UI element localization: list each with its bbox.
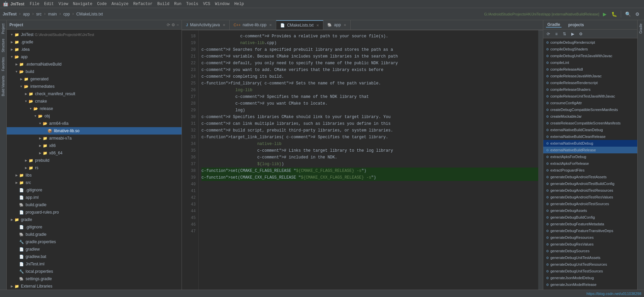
tree-item[interactable]: ▶ 📁 x86_64: [7, 149, 182, 157]
gradle-list-item[interactable]: ⚙generateDebugAndroidTestResources: [543, 187, 637, 194]
gradle-list-item[interactable]: ⚙generateDebugFeatureMetadata: [543, 221, 637, 227]
tree-item[interactable]: ▶ 📁 libs: [7, 172, 182, 179]
gradle-list-item[interactable]: ⚙createMockableJar: [543, 113, 637, 120]
tree-item[interactable]: 📦 libnative-lib.so: [7, 127, 182, 135]
settings-button[interactable]: ⚙: [633, 10, 641, 18]
tree-item[interactable]: ▼ 📂 release: [7, 105, 182, 112]
search-button[interactable]: 🔍: [624, 10, 632, 18]
gradle-list-item[interactable]: ⚙compileReleaseJavaWithJavac: [543, 73, 637, 79]
gradle-list-item[interactable]: ⚙generateDebugSources: [543, 248, 637, 254]
tree-item[interactable]: ▶ 📁 gradle: [7, 216, 182, 223]
tree-item[interactable]: ▶ 📁 armeabi-v7a: [7, 135, 182, 142]
menu-item-refactor[interactable]: Refactor: [131, 1, 155, 7]
gradle-list-item[interactable]: ⚙generateDebugResValues: [543, 241, 637, 248]
gradle-tab-projects[interactable]: projects: [567, 23, 585, 27]
menu-item-help[interactable]: Help: [232, 1, 246, 7]
tab-close-icon[interactable]: ✕: [344, 23, 346, 27]
tree-item[interactable]: 🔧 gradle.properties: [7, 238, 182, 246]
tree-item[interactable]: 📄 .gitignore: [7, 223, 182, 231]
gradle-list-item[interactable]: ⚙extractApksForRelease: [543, 160, 637, 167]
tree-item[interactable]: ▶ 📁 prebuild: [7, 157, 182, 164]
tree-item[interactable]: 🔧 local.properties: [7, 268, 182, 275]
tree-item[interactable]: ▶ 📁 .externalNativeBuild: [7, 61, 182, 68]
side-tab-right[interactable]: Gradle: [638, 22, 643, 36]
panel-settings-icon[interactable]: ⚙: [171, 23, 175, 27]
gradle-run-btn[interactable]: ▶: [569, 30, 576, 38]
menu-item-tools[interactable]: Tools: [184, 1, 200, 7]
menu-item-build[interactable]: Build: [155, 1, 171, 7]
side-tab-favorites[interactable]: Favorites: [1, 55, 6, 73]
gradle-tab-gradle[interactable]: Gradle: [546, 22, 561, 28]
gradle-list-item[interactable]: ⚙generateDebugFeatureTransitiveDeps: [543, 227, 637, 234]
menu-item-file[interactable]: File: [28, 1, 41, 7]
gradle-list-item[interactable]: ⚙generateJsonModelDebug: [543, 274, 637, 281]
gradle-list-item[interactable]: ⚙generateDebugAndroidTestSources: [543, 200, 637, 207]
tree-item[interactable]: ▶ 📁 External Libraries: [7, 283, 182, 290]
gradle-list-item[interactable]: ⚙compileReleaseUnitTestJavaWithJavac: [543, 93, 637, 100]
tree-item[interactable]: ▼ 📂 intermediates: [7, 83, 182, 90]
gradle-list-item[interactable]: ⚙compileLint: [543, 59, 637, 66]
tree-root[interactable]: ▼ 📁 JniTest G:\AndroidStudioProjectsHK\J…: [7, 31, 182, 38]
tree-item[interactable]: 🐘 build.gradle: [7, 201, 182, 209]
tree-item[interactable]: ▼ 📂 cmake: [7, 98, 182, 105]
editor-tab-mainactivity-java[interactable]: JMainActivity.java✕: [182, 20, 230, 30]
tree-item[interactable]: 📄 .gitignore: [7, 186, 182, 194]
run-button[interactable]: ▶: [601, 10, 609, 18]
gradle-list-item[interactable]: ⚙generateDebugUnitTestSources: [543, 268, 637, 274]
tree-item[interactable]: ▶ 📁 rs: [7, 164, 182, 172]
gradle-list-item[interactable]: ⚙consumeConfigAttr: [543, 100, 637, 106]
gradle-collapse-btn[interactable]: ⇅: [561, 30, 568, 38]
gradle-list-item[interactable]: ⚙extractApksForDebug: [543, 153, 637, 160]
tree-item[interactable]: 🐘 build.gradle: [7, 231, 182, 238]
debug-button[interactable]: 🐛: [610, 10, 618, 18]
gradle-list-item[interactable]: ⚙generateDebugAndroidTestBuildConfig: [543, 180, 637, 187]
menu-item-vcs[interactable]: VCS: [201, 1, 213, 7]
gradle-list-item[interactable]: ⚙createDebugCompatibleScreenManifests: [543, 106, 637, 113]
breadcrumb-cmakelists[interactable]: CMakeLists.txt: [76, 12, 103, 16]
gradle-refresh-btn[interactable]: ⟳: [545, 30, 552, 38]
menu-item-window[interactable]: Window: [213, 1, 231, 7]
tree-item[interactable]: ▶ 📁 .idea: [7, 46, 182, 53]
tree-item[interactable]: 📄 JniTest.iml: [7, 260, 182, 268]
gradle-list-item[interactable]: ⚙compileReleaseShaders: [543, 86, 637, 93]
gradle-expand-btn[interactable]: ≡: [553, 30, 560, 38]
gradle-list-item[interactable]: ⚙generateDebugUnitTestResources: [543, 261, 637, 268]
tree-item[interactable]: ▼ 📂 build: [7, 68, 182, 75]
tree-item[interactable]: ▶ 📁 generated: [7, 75, 182, 83]
panel-minimize-icon[interactable]: −: [176, 23, 179, 27]
editor-tab-native-lib-cpp[interactable]: C++native-lib.cpp✕: [230, 20, 277, 30]
tab-close-icon[interactable]: ✕: [316, 24, 319, 27]
tree-item[interactable]: 🐘 settings.gradle: [7, 275, 182, 283]
gradle-list-item[interactable]: ⚙externalNativeBuildRelease: [543, 147, 637, 153]
gradle-list-item[interactable]: ⚙generateJsonModelRelease: [543, 281, 637, 288]
gradle-list-item[interactable]: ⚙compileReleaseAidl: [543, 66, 637, 73]
tree-item[interactable]: 📄 gradlew.bat: [7, 253, 182, 260]
tree-item[interactable]: ▼ 📂 arm64-v8a: [7, 120, 182, 127]
panel-sync-icon[interactable]: ⟳: [167, 23, 170, 27]
tree-item[interactable]: ▶ 📁 src: [7, 179, 182, 186]
tree-item[interactable]: ▶ 📁 x86: [7, 142, 182, 149]
gradle-list-item[interactable]: ⚙generateDebugResources: [543, 234, 637, 241]
gradle-list-item[interactable]: ⚙compileDebugRenderscript: [543, 39, 637, 46]
tab-close-icon[interactable]: ✕: [269, 23, 272, 27]
tree-item[interactable]: ▶ 📁 .gradle: [7, 38, 182, 46]
gradle-list-item[interactable]: ⚙compileReleaseRenderscript: [543, 79, 637, 86]
gradle-list-item[interactable]: ⚙generateDebugBuildConfig: [543, 214, 637, 221]
menu-item-run[interactable]: Run: [172, 1, 184, 7]
gradle-list-item[interactable]: ⚙compileDebugUnitTestJavaWithJavac: [543, 52, 637, 59]
gradle-list-item[interactable]: ⚙generateDebugUnitTestAssets: [543, 254, 637, 261]
menu-item-code[interactable]: Code: [95, 1, 109, 7]
gradle-list-item[interactable]: ⚙generateDebugAndroidTestAssets: [543, 174, 637, 180]
footer-link[interactable]: https://blog.csdn.net/u011038298: [586, 292, 641, 296]
tree-item[interactable]: 📄 gradlew: [7, 246, 182, 253]
side-tab-variants[interactable]: Build Variants: [1, 74, 6, 98]
breadcrumb-src[interactable]: src: [36, 12, 42, 16]
menu-item-analyze[interactable]: Analyze: [109, 1, 130, 7]
gradle-list-item[interactable]: ⚙createReleaseCompatibleScreenManifests: [543, 120, 637, 126]
editor-tab-cmakelists-txt[interactable]: 📄CMakeLists.txt✕: [276, 20, 323, 30]
gradle-list-item[interactable]: ⚙externalNativeBuildCleanRelease: [543, 133, 637, 140]
gradle-list-item[interactable]: ⚙compileDebugShaders: [543, 46, 637, 52]
menu-item-navigate[interactable]: Navigate: [71, 1, 95, 7]
tree-item[interactable]: 📄 proguard-rules.pro: [7, 209, 182, 216]
gradle-list-item[interactable]: ⚙externalNativeBuildDebug: [543, 140, 637, 147]
